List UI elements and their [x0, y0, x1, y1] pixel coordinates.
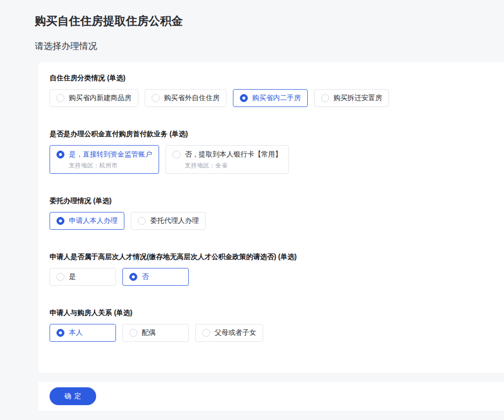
radio-option[interactable]: 购买拆迁安置房: [314, 89, 389, 107]
radio-option[interactable]: 父母或者子女: [195, 324, 263, 342]
radio-icon: [56, 329, 64, 337]
radio-option[interactable]: 是，直接转到资金监管账户 支持地区：杭州市: [50, 145, 159, 174]
radio-icon: [56, 273, 64, 281]
radio-option[interactable]: 是: [50, 268, 116, 286]
option-text: 购买拆迁安置房: [334, 94, 382, 103]
radio-option[interactable]: 购买省外自住住房: [145, 89, 226, 107]
radio-icon: [138, 217, 146, 225]
section-label: 申请人与购房人关系 (单选): [50, 308, 493, 317]
option-text: 是，直接转到资金监管账户 支持地区：杭州市: [69, 150, 152, 169]
option-label: 否: [142, 272, 149, 281]
radio-dot-icon: [59, 331, 62, 334]
radio-option[interactable]: 委托代理人办理: [131, 212, 206, 230]
radio-icon: [240, 94, 248, 102]
page-subtitle: 请选择办理情况: [35, 41, 504, 52]
option-text: 否，提取到本人银行卡【常用】 支持地区：全省: [185, 150, 282, 169]
option-group: 本人 配偶 父母或者子女: [50, 324, 493, 342]
option-label: 是: [69, 272, 76, 281]
page-header: 购买自住住房提取住房公积金 请选择办理情况: [0, 0, 504, 52]
option-text: 配偶: [142, 328, 156, 337]
radio-option[interactable]: 本人: [50, 324, 116, 342]
page-title: 购买自住住房提取住房公积金: [35, 14, 504, 29]
radio-option[interactable]: 配偶: [122, 324, 189, 342]
radio-icon: [56, 151, 64, 158]
radio-option[interactable]: 购买省内二手房: [233, 89, 308, 107]
radio-icon: [56, 94, 64, 102]
radio-icon: [321, 94, 329, 102]
section-label: 自住住房分类情况 (单选): [50, 73, 493, 83]
form-section: 申请人是否属于高层次人才情况(缴存地无高层次人才公积金政策的请选否) (单选) …: [50, 252, 493, 286]
option-label: 购买省内新建商品房: [69, 94, 131, 103]
radio-option[interactable]: 购买省内新建商品房: [50, 89, 138, 107]
section-label: 申请人是否属于高层次人才情况(缴存地无高层次人才公积金政策的请选否) (单选): [50, 252, 493, 262]
option-group: 申请人本人办理 委托代理人办理: [50, 212, 493, 230]
option-label: 父母或者子女: [215, 328, 256, 337]
option-label: 配偶: [142, 328, 156, 337]
option-text: 购买省外自住住房: [164, 94, 220, 103]
form-section: 是否是办理公积金直付购房首付款业务 (单选) 是，直接转到资金监管账户 支持地区…: [50, 129, 493, 174]
footer-bar: 确定: [38, 382, 504, 411]
form-section: 委托办理情况 (单选) 申请人本人办理 委托代理人办理: [50, 196, 493, 230]
option-text: 购买省内二手房: [252, 94, 301, 103]
option-label: 是，直接转到资金监管账户: [69, 150, 152, 159]
option-group: 是 否: [50, 268, 493, 286]
option-text: 购买省内新建商品房: [69, 94, 131, 103]
radio-icon: [172, 151, 180, 158]
option-text: 是: [69, 272, 76, 281]
radio-icon: [129, 273, 137, 281]
option-label: 申请人本人办理: [69, 216, 117, 225]
radio-icon: [202, 329, 210, 337]
option-sublabel: 支持地区：全省: [185, 162, 282, 169]
option-label: 委托代理人办理: [150, 216, 199, 225]
confirm-button[interactable]: 确定: [50, 387, 96, 405]
option-text: 申请人本人办理: [69, 216, 117, 225]
option-text: 否: [142, 272, 149, 281]
option-text: 本人: [69, 328, 83, 337]
form-section: 申请人与购房人关系 (单选) 本人 配偶 父母或者子女: [50, 308, 493, 342]
form-card: 自住住房分类情况 (单选) 购买省内新建商品房 购买省外自住住房 购买省内二手房…: [38, 62, 504, 372]
radio-icon: [152, 94, 160, 102]
section-label: 是否是办理公积金直付购房首付款业务 (单选): [50, 129, 493, 139]
option-text: 父母或者子女: [215, 328, 256, 337]
radio-dot-icon: [132, 275, 135, 278]
radio-option[interactable]: 申请人本人办理: [50, 212, 124, 230]
option-label: 购买省外自住住房: [164, 94, 220, 103]
radio-dot-icon: [59, 153, 62, 156]
option-label: 购买省内二手房: [252, 94, 301, 103]
option-sublabel: 支持地区：杭州市: [69, 162, 152, 169]
radio-option[interactable]: 否: [122, 268, 189, 286]
option-label: 否，提取到本人银行卡【常用】: [185, 150, 282, 159]
radio-icon: [56, 217, 64, 225]
form-section: 自住住房分类情况 (单选) 购买省内新建商品房 购买省外自住住房 购买省内二手房…: [50, 73, 493, 107]
option-group: 是，直接转到资金监管账户 支持地区：杭州市 否，提取到本人银行卡【常用】 支持地…: [50, 145, 493, 174]
option-label: 购买拆迁安置房: [334, 94, 382, 103]
radio-dot-icon: [242, 97, 245, 100]
radio-icon: [129, 329, 137, 337]
radio-dot-icon: [59, 219, 62, 222]
option-group: 购买省内新建商品房 购买省外自住住房 购买省内二手房 购买拆迁安置房: [50, 89, 493, 107]
radio-option[interactable]: 否，提取到本人银行卡【常用】 支持地区：全省: [166, 145, 289, 174]
option-text: 委托代理人办理: [150, 216, 199, 225]
option-label: 本人: [69, 328, 83, 337]
section-label: 委托办理情况 (单选): [50, 196, 493, 206]
